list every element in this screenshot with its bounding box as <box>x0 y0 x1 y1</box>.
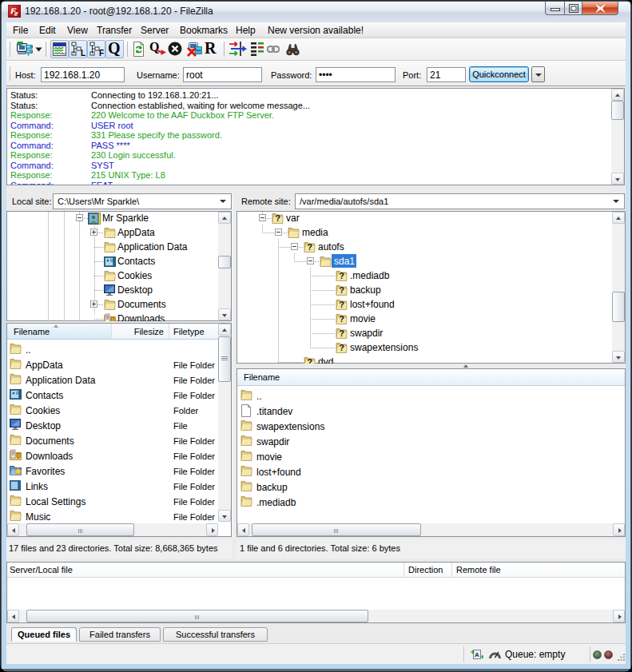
svg-text:?: ? <box>339 285 344 295</box>
svg-text:?: ? <box>339 314 344 324</box>
svg-text:?: ? <box>275 213 280 223</box>
svg-text:A: A <box>475 651 479 658</box>
svg-text:?: ? <box>307 242 312 252</box>
svg-text:F: F <box>99 49 104 57</box>
svg-text:?: ? <box>339 343 344 352</box>
svg-text:L: L <box>81 49 85 57</box>
svg-text:?: ? <box>339 300 344 309</box>
svg-text:?: ? <box>339 271 344 280</box>
svg-text:?: ? <box>339 328 344 338</box>
